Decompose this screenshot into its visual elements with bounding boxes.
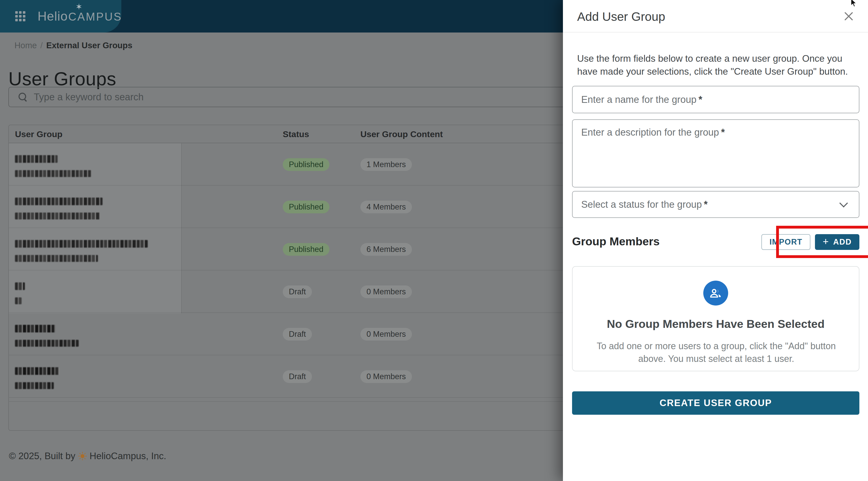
status-badge: Published	[283, 243, 330, 256]
add-user-group-panel: Add User Group Use the form fields below…	[563, 0, 868, 481]
members-badge: 0 Members	[361, 328, 412, 340]
redacted-group-description	[15, 213, 100, 219]
redacted-group-name	[15, 367, 59, 375]
required-asterisk: *	[704, 199, 708, 210]
status-badge: Published	[283, 158, 330, 171]
close-icon[interactable]	[844, 11, 854, 21]
members-badge: 0 Members	[361, 285, 412, 298]
redacted-group-description	[15, 340, 79, 347]
members-badge: 0 Members	[361, 370, 412, 383]
group-members-actions: IMPORT + ADD	[762, 234, 859, 250]
status-badge: Draft	[283, 370, 312, 383]
footer-copyright: © 2025, Built by	[9, 451, 75, 461]
import-button[interactable]: IMPORT	[762, 234, 811, 250]
chevron-down-icon	[839, 199, 848, 208]
panel-header: Add User Group	[563, 0, 868, 32]
redacted-group-description	[15, 170, 91, 177]
redacted-group-description	[15, 382, 54, 389]
breadcrumb: Home / External User Groups	[14, 41, 132, 50]
empty-state-body: To add one or more users to a group, cli…	[589, 340, 843, 365]
heliocampus-logo: HelioCAMPUS	[37, 9, 122, 24]
status-badge: Draft	[283, 328, 312, 340]
page-title: User Groups	[8, 68, 116, 90]
required-asterisk: *	[699, 94, 702, 105]
panel-intro-text: Use the form fields below to create a ne…	[577, 52, 855, 78]
members-badge: 6 Members	[361, 243, 412, 256]
redacted-group-name	[15, 325, 55, 332]
redacted-group-name	[15, 198, 102, 205]
empty-state-title: No Group Members Have Been Selected	[572, 318, 859, 331]
app-launcher-icon[interactable]	[15, 11, 25, 21]
column-header-status: Status	[283, 129, 309, 139]
redacted-group-description	[15, 297, 22, 304]
page-footer: © 2025, Built by HelioCampus, Inc.	[9, 451, 166, 461]
add-button[interactable]: + ADD	[815, 234, 859, 250]
logo-text-secondary: CAMPUS	[68, 10, 122, 23]
group-members-empty-state: No Group Members Have Been Selected To a…	[572, 266, 859, 371]
screen: HelioCAMPUS Home / External User Groups …	[0, 0, 868, 481]
group-name-input[interactable]: Enter a name for the group *	[572, 86, 859, 113]
footer-company: HelioCampus, Inc.	[90, 451, 166, 461]
breadcrumb-separator: /	[40, 41, 43, 50]
redacted-group-name	[15, 282, 25, 290]
group-members-heading: Group Members	[572, 235, 660, 248]
group-status-select[interactable]: Select a status for the group *	[572, 191, 859, 218]
members-badge: 1 Members	[361, 158, 412, 171]
status-badge: Published	[283, 201, 330, 213]
create-user-group-button[interactable]: CREATE USER GROUP	[572, 391, 859, 415]
redacted-group-description	[15, 255, 98, 262]
column-header-user-group: User Group	[15, 129, 62, 139]
breadcrumb-home-link[interactable]: Home	[14, 41, 37, 50]
group-status-placeholder: Select a status for the group	[581, 199, 702, 210]
required-asterisk: *	[721, 127, 725, 138]
search-placeholder: Type a keyword to search	[34, 92, 144, 102]
group-description-textarea[interactable]: Enter a description for the group *	[572, 119, 859, 187]
search-icon	[19, 93, 27, 101]
status-badge: Draft	[283, 285, 312, 298]
panel-title: Add User Group	[577, 10, 665, 24]
add-button-label: ADD	[833, 237, 852, 247]
redacted-group-name	[15, 155, 58, 163]
group-people-icon	[703, 281, 728, 305]
group-description-placeholder: Enter a description for the group	[581, 127, 719, 138]
logo-container: HelioCAMPUS	[0, 0, 121, 32]
sun-icon	[78, 452, 87, 461]
plus-icon: +	[823, 236, 829, 247]
group-name-placeholder: Enter a name for the group	[581, 94, 696, 105]
breadcrumb-current: External User Groups	[46, 41, 132, 50]
column-header-user-group-content: User Group Content	[361, 129, 443, 139]
redacted-group-name	[15, 240, 148, 248]
logo-sun-icon	[75, 3, 82, 10]
members-badge: 4 Members	[361, 201, 412, 213]
logo-text-primary: Helio	[37, 9, 68, 24]
